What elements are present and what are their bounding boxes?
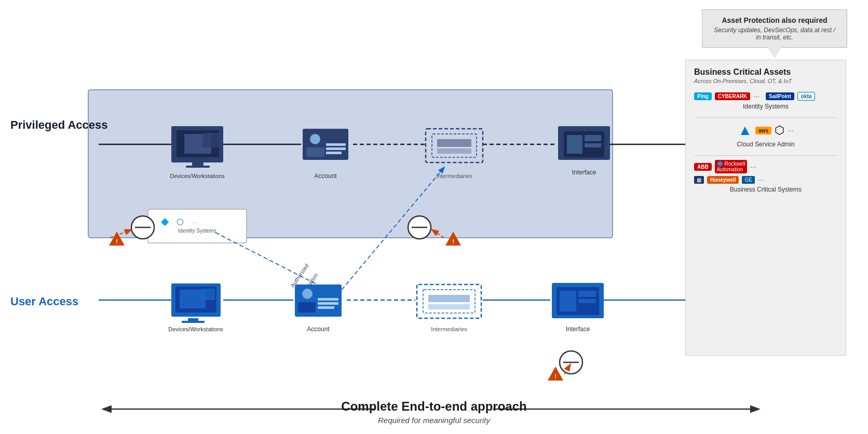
svg-rect-41 [200, 289, 215, 300]
svg-text:⬡: ⬡ [177, 218, 184, 226]
svg-rect-47 [318, 302, 338, 305]
svg-rect-18 [437, 148, 471, 154]
logo-gcp-icon: ⬡ [775, 124, 784, 137]
user-interface-label: Interface [566, 326, 590, 333]
bca-identity-systems: Ping CYBERARK ··· SailPoint okta Identit… [694, 91, 837, 110]
logo-ge: GE [742, 176, 754, 184]
svg-rect-50 [428, 295, 470, 302]
logo-okta: okta [797, 92, 816, 101]
svg-point-11 [310, 134, 320, 144]
bca-business-critical: ABB 🔷 RockwellAutomation ··· ▦ Honeywell… [694, 160, 837, 193]
dots-identity: ··· [753, 92, 760, 100]
svg-rect-55 [578, 299, 596, 303]
user-devices-label: Devices/Workstations [168, 326, 223, 332]
logo-aws: aws [755, 127, 771, 134]
logo-sailpoint: SailPoint [766, 92, 794, 100]
logo-ms: ▦ [694, 176, 704, 184]
user-intermediaries-label: Intermediaries [431, 326, 467, 332]
logo-rockwell: 🔷 RockwellAutomation [715, 160, 748, 173]
svg-rect-15 [326, 152, 342, 154]
priv-intermediaries-label: Intermediaries [436, 173, 472, 179]
svg-rect-14 [326, 147, 346, 150]
svg-rect-8 [192, 162, 204, 166]
svg-rect-45 [298, 302, 316, 313]
logo-honeywell: Honeywell [707, 176, 739, 184]
dots-bcs1: ··· [750, 162, 756, 171]
dots-bcs2: ··· [758, 175, 764, 184]
svg-rect-48 [318, 306, 334, 309]
business-critical-cat-label: Business Critical Systems [694, 186, 837, 193]
priv-interface-label: Interface [572, 169, 596, 176]
privileged-access-label: Privileged Access [10, 118, 108, 131]
bottom-section: Complete End-to-end approach Required fo… [0, 399, 868, 425]
svg-rect-17 [437, 139, 471, 147]
svg-rect-10 [202, 133, 222, 147]
user-account-label: Account [307, 326, 330, 333]
priv-devices-label: Devices/Workstations [170, 173, 225, 179]
dots-cloud: ··· [788, 126, 794, 134]
logo-cyberark: CYBERARK [715, 92, 751, 100]
svg-rect-12 [306, 147, 324, 157]
svg-rect-54 [578, 291, 596, 297]
end-to-end-sub: Required for meaningful security [0, 416, 868, 425]
user-access-label: User Access [10, 295, 78, 308]
priv-account-label: Account [314, 172, 337, 180]
svg-text:!: ! [116, 238, 118, 245]
svg-rect-53 [560, 291, 576, 311]
svg-rect-20 [567, 135, 582, 154]
svg-rect-22 [585, 143, 601, 147]
cloud-service-cat-label: Cloud Service Admin [694, 141, 837, 148]
svg-rect-13 [326, 143, 346, 146]
svg-rect-51 [428, 304, 470, 309]
logo-abb: ABB [694, 163, 712, 171]
svg-text:◆: ◆ [161, 215, 169, 227]
bca-subtitle: Across On-Premises, Cloud, OT, & IoT [694, 78, 837, 84]
bca-panel: Business Critical Assets Across On-Premi… [685, 60, 846, 356]
svg-rect-9 [186, 166, 210, 168]
bca-title: Business Critical Assets [694, 67, 837, 77]
svg-text:!: ! [452, 238, 454, 245]
svg-rect-42 [188, 318, 198, 321]
svg-text:···: ··· [191, 218, 197, 226]
svg-text:!: ! [554, 373, 557, 379]
svg-rect-21 [585, 135, 601, 141]
identity-systems-label: Identity Systems [178, 228, 216, 234]
logo-azure-icon: ▲ [738, 122, 752, 139]
bca-cloud-service: ▲ aws ⬡ ··· Cloud Service Admin [694, 122, 837, 148]
svg-point-44 [302, 289, 313, 299]
end-to-end-title: Complete End-to-end approach [0, 399, 868, 414]
logo-ping: Ping [694, 92, 712, 100]
svg-rect-46 [318, 298, 338, 301]
identity-systems-cat-label: Identity Systems [694, 103, 837, 110]
svg-rect-43 [182, 321, 205, 323]
